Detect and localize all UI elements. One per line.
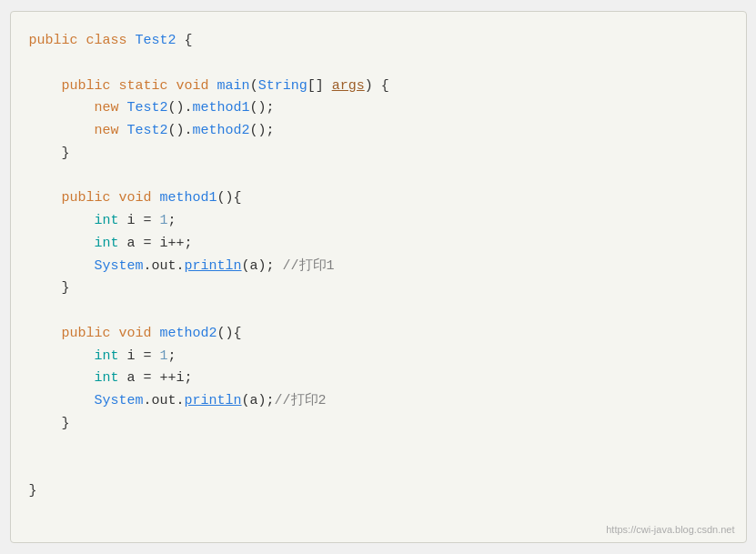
line-9: int i = 1 ; [29, 210, 728, 233]
kw-public: public [29, 30, 78, 53]
code-content: public class Test2 { public static void … [29, 30, 728, 503]
line-12: } [29, 277, 728, 300]
line-15: int i = 1 ; [29, 346, 728, 368]
line-13 [29, 300, 728, 323]
line-4: new Test2 (). method1 (); [29, 97, 728, 120]
class-name: Test2 [136, 30, 176, 53]
line-1: public class Test2 { [29, 30, 728, 53]
line-18: } [29, 413, 728, 436]
line-10: int a = i++; [29, 233, 728, 256]
line-20 [29, 458, 728, 480]
line-21: } [29, 480, 728, 503]
code-editor: public class Test2 { public static void … [10, 11, 747, 543]
line-11: System .out. println (a); //打印1 [29, 256, 728, 278]
line-16: int a = ++i; [29, 368, 728, 390]
line-17: System .out. println (a); //打印2 [29, 390, 728, 413]
line-8: public void method1 (){ [29, 187, 728, 210]
line-14: public void method2 (){ [29, 323, 728, 346]
line-2 [29, 53, 728, 76]
line-7 [29, 166, 728, 188]
watermark: https://cwi-java.blog.csdn.net [606, 524, 734, 535]
line-3: public static void main ( String [] args… [29, 76, 728, 98]
line-5: new Test2 (). method2 (); [29, 120, 728, 143]
line-19 [29, 436, 728, 458]
line-6: } [29, 143, 728, 166]
kw-class: class [86, 30, 127, 53]
